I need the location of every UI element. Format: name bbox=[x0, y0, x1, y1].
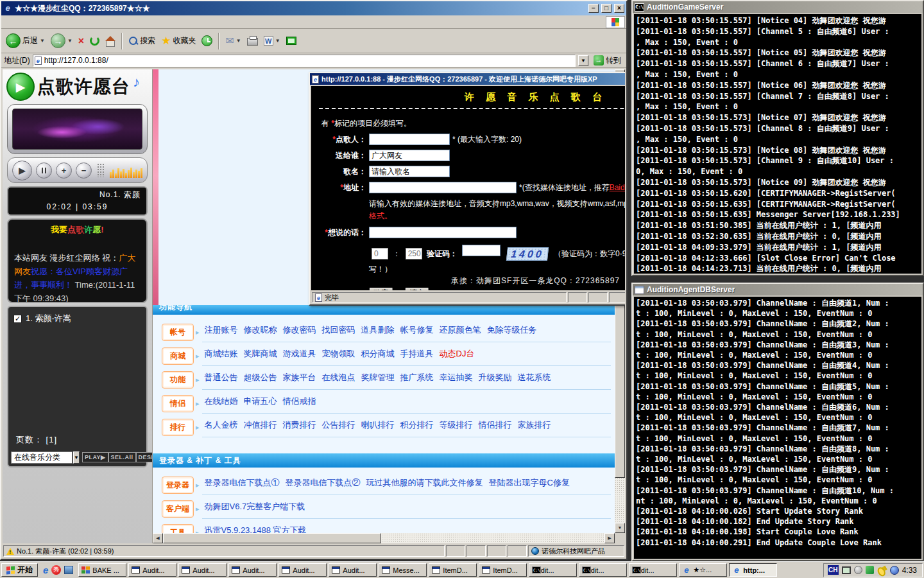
second-input[interactable]: 250 bbox=[406, 248, 422, 259]
nav-link[interactable]: 帐号修复 bbox=[400, 325, 434, 335]
url-input[interactable] bbox=[369, 182, 517, 193]
back-button[interactable]: ← 后退 ▼ bbox=[4, 32, 47, 49]
menu-tools[interactable] bbox=[44, 21, 54, 23]
vertical-scroll-track[interactable] bbox=[615, 478, 625, 523]
download-link[interactable]: 迅雷V5.9.23.1488 官方下载 bbox=[205, 525, 307, 533]
taskbar-task-button[interactable]: ItemD... bbox=[429, 563, 477, 577]
section-label-button[interactable]: 排行 bbox=[162, 419, 194, 436]
playlist-checkbox[interactable]: ✓ bbox=[13, 315, 22, 323]
taskbar-task-button[interactable]: ItemD... bbox=[479, 563, 527, 577]
nav-link[interactable]: 积分商城 bbox=[361, 349, 395, 358]
section-label-button[interactable]: 商城 bbox=[162, 347, 194, 365]
agent-tray-icon[interactable] bbox=[866, 566, 874, 574]
download-link[interactable]: 登陆器出现字母C修复 bbox=[489, 478, 570, 487]
taskbar-task-button[interactable]: ★☆... bbox=[679, 563, 727, 577]
taskbar-task-button[interactable]: Audit... bbox=[178, 563, 227, 577]
nav-link[interactable]: 公告排行 bbox=[322, 420, 355, 430]
taskbar-task-button[interactable]: Audit... bbox=[579, 563, 627, 577]
nav-link[interactable]: 幸运抽奖 bbox=[440, 372, 473, 382]
download-link[interactable]: 玩过其他服的请下载此文件修复 bbox=[366, 478, 483, 487]
nav-link[interactable]: 普通公告 bbox=[205, 372, 238, 382]
section-label-button[interactable]: 工具 bbox=[162, 524, 194, 534]
nav-link[interactable]: 冲值排行 bbox=[244, 420, 277, 430]
print-button[interactable] bbox=[245, 35, 260, 47]
nav-link[interactable]: 申请五心 bbox=[244, 396, 277, 406]
scroll-right-button[interactable]: ▶ bbox=[604, 533, 615, 543]
mail-button[interactable]: ✉▼ bbox=[223, 33, 243, 48]
language-indicator[interactable]: CH bbox=[828, 565, 839, 575]
minute-input[interactable]: 0 bbox=[372, 248, 388, 259]
nav-link[interactable]: 消费排行 bbox=[283, 420, 316, 430]
browser-titlebar[interactable]: e ★☆★漫步红尘QQ：272365897★☆★ − □ × bbox=[1, 1, 626, 15]
nav-link[interactable]: 修改昵称 bbox=[244, 325, 277, 335]
quick-launch-app-icon[interactable] bbox=[64, 566, 73, 574]
nav-link[interactable]: 游戏道具 bbox=[283, 349, 316, 358]
refresh-button[interactable] bbox=[88, 35, 101, 47]
dedicate-to-input[interactable]: 广大网友 bbox=[369, 150, 450, 161]
nav-link[interactable]: 奖牌管理 bbox=[361, 372, 395, 382]
taskbar-task-button[interactable]: Audit... bbox=[128, 563, 176, 577]
nav-link[interactable]: 积分排行 bbox=[400, 420, 434, 430]
address-dropdown-button[interactable]: ▼ bbox=[578, 55, 588, 66]
baidu-mp3-link[interactable]: Baidu MP3 搜索 bbox=[610, 183, 625, 192]
nav-link[interactable]: 升级奖励 bbox=[479, 372, 512, 382]
nav-link[interactable]: 注册账号 bbox=[205, 325, 238, 335]
taskbar-task-button[interactable]: http:... bbox=[729, 563, 777, 577]
favorites-button[interactable]: ★ 收藏夹 bbox=[159, 34, 198, 48]
nav-link[interactable]: 名人金榜 bbox=[205, 420, 238, 430]
go-button[interactable]: → 转到 bbox=[591, 55, 624, 67]
home-button[interactable] bbox=[103, 35, 117, 47]
singer-input[interactable] bbox=[369, 134, 450, 145]
scroll-down-button[interactable]: ▼ bbox=[615, 523, 625, 533]
menu-view[interactable] bbox=[23, 21, 33, 23]
forward-button[interactable]: → ▼ bbox=[49, 32, 74, 49]
taskbar-task-button[interactable]: Audit... bbox=[329, 563, 377, 577]
nav-link[interactable]: 修改密码 bbox=[283, 325, 316, 335]
volume-icon[interactable] bbox=[854, 566, 862, 574]
nav-link[interactable]: 推广系统 bbox=[400, 372, 434, 382]
clear-button[interactable]: 清空 bbox=[405, 287, 429, 290]
section-label-button[interactable]: 情侣 bbox=[162, 395, 194, 412]
nav-link[interactable]: 在线泡点 bbox=[322, 372, 355, 382]
nav-link[interactable]: 找回密码 bbox=[322, 325, 355, 335]
menu-edit[interactable] bbox=[13, 21, 23, 23]
nav-link[interactable]: 手持道具 bbox=[400, 349, 434, 358]
menu-file[interactable] bbox=[3, 21, 13, 23]
taskbar-task-button[interactable]: Messe... bbox=[379, 563, 427, 577]
key-icon[interactable] bbox=[877, 566, 887, 575]
captcha-input[interactable] bbox=[462, 245, 501, 256]
stop-button[interactable]: × bbox=[76, 34, 86, 48]
maximize-button[interactable]: □ bbox=[601, 4, 612, 13]
volume-up-button[interactable]: + bbox=[56, 162, 72, 179]
history-button[interactable] bbox=[200, 34, 214, 48]
forward-dropdown-icon[interactable]: ▼ bbox=[67, 38, 73, 44]
download-link[interactable]: 劲舞团V6.7完整客户端下载 bbox=[205, 502, 305, 511]
volume-down-button[interactable]: − bbox=[76, 162, 92, 179]
nav-link[interactable]: 道具删除 bbox=[361, 325, 395, 335]
taskbar-task-button[interactable]: Audit... bbox=[228, 563, 277, 577]
nav-link[interactable]: 等级排行 bbox=[440, 420, 473, 430]
menu-favorites[interactable] bbox=[33, 21, 44, 23]
horizontal-scroll-track[interactable] bbox=[381, 533, 604, 543]
nav-link[interactable]: 家族平台 bbox=[283, 372, 316, 382]
nav-link[interactable]: 送花系统 bbox=[518, 372, 551, 382]
section-label-button[interactable]: 功能 bbox=[162, 371, 194, 389]
playlist-action-button[interactable]: PLAY▶ bbox=[82, 452, 108, 462]
quick-launch-ie-icon[interactable]: e bbox=[43, 565, 48, 575]
nav-link[interactable]: 情侣戒指 bbox=[283, 396, 316, 406]
edit-word-button[interactable]: W▼ bbox=[262, 35, 282, 47]
section-label-button[interactable]: 客户端 bbox=[162, 500, 194, 518]
nav-link[interactable]: 还原颜色笔 bbox=[440, 325, 481, 335]
address-input[interactable]: e http://127.0.0.1:88/ bbox=[33, 55, 576, 67]
start-button[interactable]: 开始 bbox=[1, 563, 38, 577]
back-dropdown-icon[interactable]: ▼ bbox=[40, 38, 45, 44]
playlist-action-button[interactable]: SEL.All bbox=[108, 452, 136, 462]
taskbar-task-button[interactable]: Audit... bbox=[278, 563, 327, 577]
close-button[interactable]: × bbox=[614, 4, 624, 13]
playlist-action-button[interactable]: DESEL bbox=[136, 452, 153, 462]
message-input[interactable] bbox=[369, 227, 517, 238]
captcha-image[interactable]: 1400 bbox=[506, 247, 549, 261]
section-label-button[interactable]: 帐号 bbox=[162, 324, 194, 341]
nav-link[interactable]: 家族排行 bbox=[518, 420, 551, 430]
nav-link[interactable]: 情侣排行 bbox=[479, 420, 512, 430]
